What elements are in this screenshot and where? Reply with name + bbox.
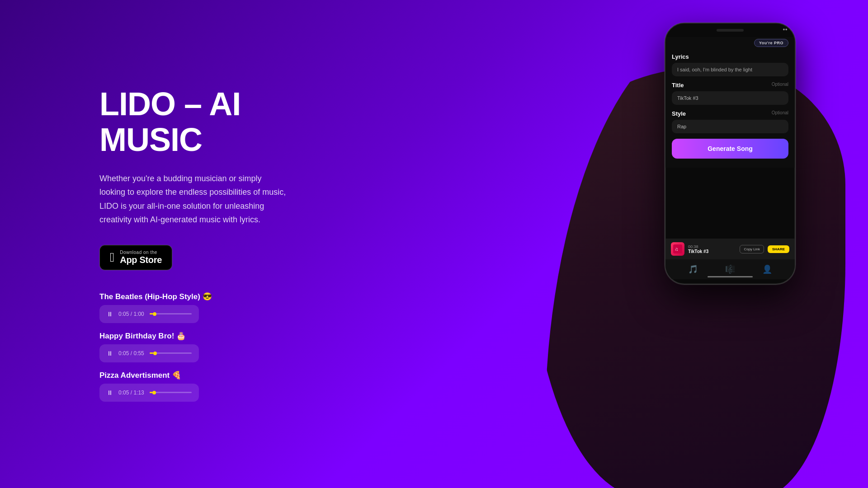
time-display-2: 0:05 / 0:55 [118,350,144,357]
apple-icon:  [110,251,114,264]
progress-dot-3 [152,391,156,394]
song-player-3[interactable]: ⏸ 0:05 / 1:13 [99,384,199,402]
home-indicator [708,276,753,277]
title-input[interactable]: TikTok #3 [672,91,788,105]
style-label: Style Optional [672,110,788,117]
share-button[interactable]: SHARE [768,245,789,253]
title-value: TikTok #3 [677,95,698,101]
song-player-1[interactable]: ⏸ 0:05 / 1:00 [99,305,199,323]
phone-container: ●● You're PRO Lyrics I said, ooh, I'm bl… [665,23,796,285]
nav-profile-icon[interactable]: 👤 [762,264,772,274]
song-title-2: Happy Birthday Bro! 🎂 [99,331,316,341]
copy-link-button[interactable]: Copy Link [740,245,764,253]
phone-screen: You're PRO Lyrics I said, ooh, I'm blind… [665,37,795,168]
phone-notch-pill [717,29,744,32]
phone-status-bar: ●● [783,27,788,32]
now-playing-thumbnail: ♫ [671,242,684,256]
pause-icon-3[interactable]: ⏸ [107,389,113,396]
time-display-3: 0:05 / 1:13 [118,389,144,396]
page-container: LIDO – AI MUSIC Whether you're a budding… [0,0,868,488]
progress-fill-2 [150,352,153,354]
progress-dot-1 [153,312,156,316]
progress-bar-2[interactable] [150,352,192,354]
progress-bar-3[interactable] [150,392,192,393]
pro-badge-row: You're PRO [672,37,788,47]
bottom-player: ♫ 00:38 TikTok #3 Copy Link SHARE [665,239,795,259]
progress-dot-2 [153,352,157,355]
phone-frame: ●● You're PRO Lyrics I said, ooh, I'm bl… [665,23,796,285]
store-name-text: App Store [120,255,162,265]
now-playing-title: TikTok #3 [688,249,736,254]
style-optional: Optional [772,110,788,115]
nav-music-icon[interactable]: 🎵 [688,264,698,274]
hero-title-line1: LIDO – AI [99,86,241,122]
now-playing-time: 00:38 [688,244,736,249]
hero-title: LIDO – AI MUSIC [99,86,316,158]
generate-song-button[interactable]: Generate Song [672,139,788,159]
nav-notes-icon[interactable]: 🎼 [725,264,735,274]
pause-icon-1[interactable]: ⏸ [107,310,113,318]
title-label: Title Optional [672,82,788,89]
song-player-2[interactable]: ⏸ 0:05 / 0:55 [99,344,199,362]
hero-title-line2: MUSIC [99,122,202,158]
songs-list: The Beatles (Hip-Hop Style) 😎 ⏸ 0:05 / 1… [99,292,316,402]
app-store-button[interactable]:  Download on the App Store [99,245,172,270]
right-content: ●● You're PRO Lyrics I said, ooh, I'm bl… [316,0,868,488]
progress-fill-1 [150,313,153,314]
lyrics-text: I said, ooh, I'm blinded by the light [677,67,752,72]
song-item-2: Happy Birthday Bro! 🎂 ⏸ 0:05 / 0:55 [99,331,316,362]
hero-description: Whether you're a budding musician or sim… [99,172,289,227]
song-title-1: The Beatles (Hip-Hop Style) 😎 [99,292,316,301]
lyrics-label: Lyrics [672,53,788,60]
bottom-nav: 🎵 🎼 👤 [665,259,795,279]
style-value: Rap [677,124,686,129]
style-input[interactable]: Rap [672,120,788,133]
left-content: LIDO – AI MUSIC Whether you're a budding… [0,86,316,402]
progress-bar-1[interactable] [150,313,192,314]
song-title-3: Pizza Advertisment 🍕 [99,371,316,380]
time-display-1: 0:05 / 1:00 [118,311,144,317]
svg-text:♫: ♫ [675,246,678,252]
download-on-text: Download on the [120,250,162,255]
title-optional: Optional [772,82,788,87]
lyrics-input[interactable]: I said, ooh, I'm blinded by the light [672,63,788,76]
now-playing-info: 00:38 TikTok #3 [688,244,736,254]
pro-badge: You're PRO [754,39,788,47]
phone-notch-bar: ●● [665,23,795,37]
music-thumb-icon: ♫ [673,244,682,253]
song-item-1: The Beatles (Hip-Hop Style) 😎 ⏸ 0:05 / 1… [99,292,316,323]
song-item-3: Pizza Advertisment 🍕 ⏸ 0:05 / 1:13 [99,371,316,402]
pause-icon-2[interactable]: ⏸ [107,350,113,357]
app-store-text: Download on the App Store [120,250,162,265]
